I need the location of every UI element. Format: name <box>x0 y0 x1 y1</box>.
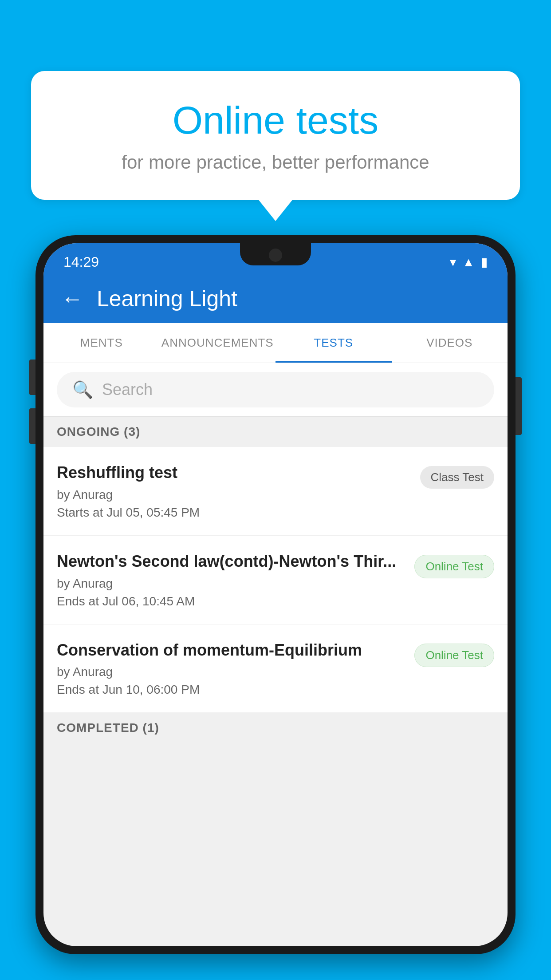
phone-frame: 14:29 ▾ ▲ ▮ ← Learning Light MENTS ANNOU… <box>35 235 516 954</box>
ongoing-section-header: ONGOING (3) <box>43 417 508 447</box>
test-author: by Anurag <box>57 577 405 591</box>
camera-icon <box>269 249 282 262</box>
wifi-icon: ▾ <box>450 255 456 269</box>
test-author: by Anurag <box>57 488 411 502</box>
phone-screen: 14:29 ▾ ▲ ▮ ← Learning Light MENTS ANNOU… <box>43 243 508 946</box>
test-badge-online: Online Test <box>414 555 494 578</box>
search-icon: 🔍 <box>72 380 93 399</box>
test-name: Conservation of momentum-Equilibrium <box>57 640 405 661</box>
test-content: Newton's Second law(contd)-Newton's Thir… <box>57 551 414 609</box>
tab-tests[interactable]: TESTS <box>276 323 392 363</box>
speech-bubble: Online tests for more practice, better p… <box>31 71 520 200</box>
test-author: by Anurag <box>57 665 405 679</box>
tab-bar: MENTS ANNOUNCEMENTS TESTS VIDEOS <box>43 323 508 363</box>
signal-icon: ▲ <box>462 255 475 269</box>
bubble-title: Online tests <box>67 98 484 143</box>
phone-notch <box>240 243 311 265</box>
volume-up-button[interactable] <box>29 360 35 395</box>
search-input[interactable]: Search <box>102 380 153 399</box>
test-time: Ends at Jun 10, 06:00 PM <box>57 683 405 697</box>
test-badge-class: Class Test <box>420 466 494 489</box>
test-time: Starts at Jul 05, 05:45 PM <box>57 506 411 520</box>
app-bar: ← Learning Light <box>43 274 508 323</box>
test-name: Reshuffling test <box>57 462 411 483</box>
bubble-subtitle: for more practice, better performance <box>67 152 484 173</box>
test-content: Conservation of momentum-Equilibrium by … <box>57 640 414 697</box>
test-list: Reshuffling test by Anurag Starts at Jul… <box>43 447 508 713</box>
search-container: 🔍 Search <box>43 363 508 417</box>
test-item[interactable]: Conservation of momentum-Equilibrium by … <box>43 624 508 713</box>
volume-down-button[interactable] <box>29 408 35 444</box>
test-content: Reshuffling test by Anurag Starts at Jul… <box>57 462 420 520</box>
status-time: 14:29 <box>63 254 99 270</box>
test-item[interactable]: Reshuffling test by Anurag Starts at Jul… <box>43 447 508 536</box>
search-bar[interactable]: 🔍 Search <box>57 372 494 407</box>
tab-ments[interactable]: MENTS <box>43 323 160 363</box>
test-name: Newton's Second law(contd)-Newton's Thir… <box>57 551 405 572</box>
test-item[interactable]: Newton's Second law(contd)-Newton's Thir… <box>43 536 508 624</box>
back-button[interactable]: ← <box>61 286 83 312</box>
test-time: Ends at Jul 06, 10:45 AM <box>57 594 405 609</box>
status-icons: ▾ ▲ ▮ <box>450 255 488 269</box>
battery-icon: ▮ <box>481 255 488 269</box>
power-button[interactable] <box>516 377 522 435</box>
app-bar-title: Learning Light <box>97 286 237 312</box>
tab-announcements[interactable]: ANNOUNCEMENTS <box>160 323 276 363</box>
completed-section-header: COMPLETED (1) <box>43 713 508 743</box>
tab-videos[interactable]: VIDEOS <box>392 323 508 363</box>
test-badge-online-2: Online Test <box>414 644 494 667</box>
